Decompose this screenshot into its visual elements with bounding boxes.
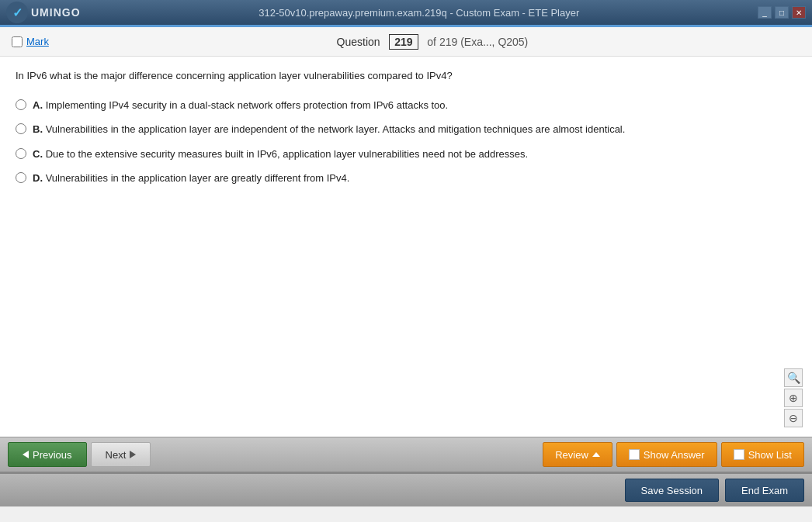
- title-bar-left: ✓ UMINGO: [6, 2, 81, 23]
- option-b-text: B. Vulnerabilities in the application la…: [33, 122, 625, 137]
- maximize-button[interactable]: □: [775, 6, 789, 19]
- next-label: Next: [106, 449, 127, 461]
- question-label: Question: [337, 36, 380, 48]
- logo-icon: ✓: [6, 2, 28, 23]
- option-a-radio[interactable]: [16, 99, 26, 110]
- logo: ✓ UMINGO: [6, 2, 81, 23]
- show-answer-checkbox-icon: [629, 449, 640, 460]
- window-controls: _ □ ✕: [758, 6, 806, 19]
- next-button[interactable]: Next: [91, 442, 151, 467]
- question-header: Mark Question 219 of 219 (Exa..., Q205): [0, 27, 812, 57]
- question-number-box: 219: [389, 34, 418, 50]
- action-bar: Save Session End Exam: [0, 473, 812, 506]
- logo-checkmark: ✓: [12, 5, 23, 20]
- show-answer-label: Show Answer: [644, 449, 705, 461]
- previous-button[interactable]: Previous: [8, 442, 87, 467]
- option-a-text: A. Implementing IPv4 security in a dual-…: [33, 98, 448, 113]
- mark-label[interactable]: Mark: [26, 36, 49, 47]
- zoom-out-button[interactable]: ⊖: [784, 409, 803, 427]
- window-title: 312-50v10.prepaway.premium.exam.219q - C…: [81, 7, 758, 19]
- minimize-button[interactable]: _: [758, 6, 772, 19]
- question-of-text: of 219 (Exa..., Q205): [427, 36, 528, 48]
- mark-checkbox-container[interactable]: Mark: [12, 36, 49, 47]
- option-c[interactable]: C. Due to the extensive security measure…: [16, 147, 796, 162]
- title-bar: ✓ UMINGO 312-50v10.prepaway.premium.exam…: [0, 0, 812, 25]
- zoom-in-button[interactable]: ⊕: [784, 389, 803, 407]
- next-arrow-icon: [130, 451, 136, 458]
- end-exam-button[interactable]: End Exam: [725, 479, 804, 502]
- option-c-radio[interactable]: [16, 148, 26, 159]
- show-list-button[interactable]: Show List: [721, 442, 804, 467]
- show-answer-button[interactable]: Show Answer: [616, 442, 717, 467]
- main-content: In IPv6 what is the major difference con…: [0, 57, 812, 437]
- review-button[interactable]: Review: [543, 442, 612, 467]
- option-d[interactable]: D. Vulnerabilities in the application la…: [16, 171, 796, 186]
- search-icon-btn[interactable]: 🔍: [784, 368, 803, 387]
- option-b-radio[interactable]: [16, 123, 26, 134]
- previous-arrow-icon: [23, 451, 29, 458]
- option-c-text: C. Due to the extensive security measure…: [33, 147, 528, 162]
- logo-text: UMINGO: [31, 6, 81, 19]
- option-d-text: D. Vulnerabilities in the application la…: [33, 171, 349, 186]
- save-session-button[interactable]: Save Session: [625, 479, 720, 502]
- answer-options: A. Implementing IPv4 security in a dual-…: [16, 98, 796, 186]
- question-number-display: Question 219 of 219 (Exa..., Q205): [64, 34, 800, 50]
- zoom-controls: 🔍 ⊕ ⊖: [784, 368, 803, 427]
- option-d-radio[interactable]: [16, 172, 26, 183]
- mark-checkbox-input[interactable]: [12, 36, 23, 47]
- previous-label: Previous: [33, 449, 72, 461]
- show-list-checkbox-icon: [734, 449, 744, 460]
- show-list-label: Show List: [748, 449, 792, 461]
- close-button[interactable]: ✕: [792, 6, 806, 19]
- option-b[interactable]: B. Vulnerabilities in the application la…: [16, 122, 796, 137]
- question-text: In IPv6 what is the major difference con…: [16, 68, 796, 84]
- review-label: Review: [555, 449, 588, 461]
- review-arrow-icon: [592, 452, 600, 457]
- navigation-bar: Previous Next Review Show Answer Show Li…: [0, 437, 812, 472]
- option-a[interactable]: A. Implementing IPv4 security in a dual-…: [16, 98, 796, 113]
